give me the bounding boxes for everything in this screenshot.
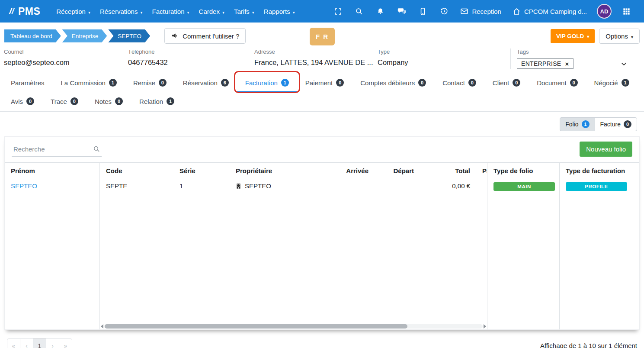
- tab-reservation[interactable]: Réservation6: [175, 74, 237, 93]
- tab-parametres[interactable]: Paramètres: [3, 74, 53, 93]
- notifications-bell-icon[interactable]: [370, 0, 391, 23]
- tab-badge: 0: [336, 79, 344, 87]
- pagination-prev[interactable]: ‹: [20, 338, 33, 348]
- telephone-label: Téléphone: [128, 48, 254, 55]
- app-logo-text: PMS: [18, 6, 40, 17]
- tab-la-commission[interactable]: La Commission1: [53, 74, 125, 93]
- menu-cardex[interactable]: Cardex: [194, 4, 229, 19]
- reception-menu[interactable]: Reception: [455, 0, 507, 23]
- tab-badge: 1: [281, 79, 289, 87]
- type-label: Type: [378, 48, 510, 55]
- tab-remise[interactable]: Remise0: [125, 74, 175, 93]
- facture-toggle-button[interactable]: Facture 0: [595, 117, 637, 131]
- tags-chevron-down-icon[interactable]: [620, 60, 628, 68]
- tab-trace[interactable]: Trace0: [42, 93, 87, 111]
- info-telephone: Téléphone 0467765432: [128, 48, 254, 69]
- scroll-right-arrow[interactable]: [484, 324, 486, 329]
- fullscreen-icon[interactable]: [327, 0, 349, 23]
- tab-activite[interactable]: Activité0: [638, 74, 644, 93]
- facture-count-badge: 0: [624, 120, 631, 128]
- header-type-folio: Type de folio: [487, 163, 559, 179]
- courriel-label: Courriel: [4, 48, 128, 55]
- search-input[interactable]: [12, 142, 102, 157]
- tab-avis[interactable]: Avis0: [3, 93, 42, 111]
- header-paye: Payé: [476, 163, 487, 179]
- options-dropdown[interactable]: Options: [599, 29, 640, 44]
- table-row: SEPTE 1 SEPTEO 0,00 €: [100, 179, 487, 193]
- breadcrumb: Tableau de bord Entreprise SEPTEO: [4, 29, 151, 42]
- folio-toggle-button[interactable]: Folio 1: [560, 117, 595, 131]
- tab-badge: 0: [26, 97, 34, 105]
- company-building-icon: [236, 183, 241, 189]
- apps-grid-icon[interactable]: [616, 0, 637, 23]
- menu-reservations[interactable]: Réservations: [95, 4, 147, 19]
- folio-card: Nouveau folio Prénom SEPTEO Code Série P…: [4, 136, 640, 330]
- tab-relation[interactable]: Relation1: [131, 93, 183, 111]
- tab-notes[interactable]: Notes0: [87, 93, 131, 111]
- breadcrumb-item-dashboard[interactable]: Tableau de bord: [4, 29, 61, 42]
- folio-prenom-link[interactable]: SEPTEO: [11, 182, 37, 190]
- history-icon[interactable]: [433, 0, 455, 23]
- user-avatar[interactable]: AD: [597, 4, 612, 19]
- type-facturation-badge: PROFILE: [566, 182, 627, 191]
- tag-remove-icon[interactable]: ×: [565, 61, 569, 67]
- how-to-use-button[interactable]: Comment l'utiliser ?: [164, 28, 246, 44]
- results-summary: Affichage de 1 à 10 sur 1 élément: [540, 342, 637, 348]
- pagination-first[interactable]: «: [7, 338, 20, 348]
- adresse-label: Adresse: [254, 48, 378, 55]
- folio-toolbar: Nouveau folio: [5, 137, 639, 162]
- folio-count-badge: 1: [582, 120, 590, 128]
- table-row: SEPTEO: [5, 179, 99, 193]
- tab-client[interactable]: Client0: [484, 74, 529, 93]
- scroll-left-arrow[interactable]: [101, 324, 103, 329]
- tab-badge: 6: [221, 79, 229, 87]
- search-icon[interactable]: [349, 0, 370, 23]
- tab-paiement[interactable]: Paiement0: [297, 74, 352, 93]
- menu-facturation[interactable]: Facturation: [147, 4, 194, 19]
- menu-reception[interactable]: Réception: [51, 4, 95, 19]
- tab-negocie[interactable]: Négocié1: [586, 74, 638, 93]
- cell-code: SEPTE: [100, 179, 173, 193]
- scrollbar-track[interactable]: [104, 324, 483, 329]
- telephone-value: 0467765432: [128, 58, 254, 67]
- tags-label: Tags: [517, 48, 637, 55]
- pagination-next[interactable]: ›: [46, 338, 59, 348]
- tab-badge: 1: [622, 79, 629, 87]
- header-actions: VIP GOLD Options: [551, 29, 640, 44]
- mobile-device-icon[interactable]: [412, 0, 433, 23]
- tab-contact[interactable]: Contact0: [434, 74, 484, 93]
- breadcrumb-item-entreprise[interactable]: Entreprise: [62, 29, 107, 42]
- info-courriel: Courriel septeo@septeo.com: [4, 48, 128, 69]
- tab-badge: 0: [418, 79, 426, 87]
- pagination-last[interactable]: »: [59, 338, 72, 348]
- vip-gold-dropdown[interactable]: VIP GOLD: [551, 29, 595, 43]
- navbar-right: Reception CPCOM Camping d... AD: [327, 0, 637, 23]
- tab-badge: 0: [513, 79, 520, 87]
- search-field: [12, 142, 102, 157]
- new-folio-button[interactable]: Nouveau folio: [580, 142, 632, 157]
- header-serie: Série: [173, 163, 230, 179]
- menu-tarifs[interactable]: Tarifs: [229, 4, 259, 19]
- scrollbar-thumb[interactable]: [105, 324, 407, 329]
- entity-tabs: Paramètres La Commission1 Remise0 Réserv…: [0, 74, 644, 112]
- tab-document[interactable]: Document0: [529, 74, 586, 93]
- chat-icon[interactable]: [391, 0, 412, 23]
- home-icon: [513, 7, 521, 16]
- breadcrumb-item-septeo[interactable]: SEPTEO: [108, 29, 150, 42]
- view-toggle: Folio 1 Facture 0: [7, 117, 637, 131]
- menu-rapports[interactable]: Rapports: [259, 4, 300, 19]
- header-prenom: Prénom: [5, 163, 99, 179]
- table-left-panel: Prénom SEPTEO: [5, 163, 100, 329]
- pagination-page-1[interactable]: 1: [33, 338, 46, 348]
- site-selector-menu[interactable]: CPCOM Camping d...: [507, 0, 593, 23]
- info-adresse: Adresse France, LATTES, 194 AVENUE DE ..…: [254, 48, 378, 69]
- table-right-panel: Type de folio MAIN Type de facturation P…: [487, 163, 639, 329]
- tag-enterprise-label: ENTERPRISE: [521, 60, 561, 67]
- tab-facturation[interactable]: Facturation1: [237, 74, 297, 93]
- tab-comptes-debiteurs[interactable]: Comptes débiteurs0: [352, 74, 434, 93]
- tab-badge: 1: [109, 79, 117, 87]
- app-logo[interactable]: PMS: [7, 6, 40, 17]
- main-menu: Réception Réservations Facturation Carde…: [51, 4, 299, 19]
- table-scroll-panel: Code Série Propriétaire Arrivée Départ T…: [100, 163, 487, 329]
- header-total: Total: [420, 163, 476, 179]
